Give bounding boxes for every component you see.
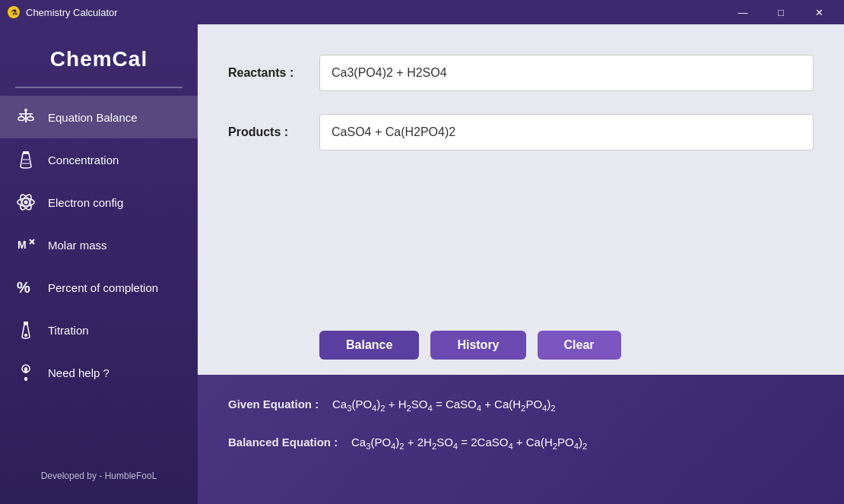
svg-point-0 bbox=[24, 109, 27, 112]
close-button[interactable]: ✕ bbox=[801, 0, 836, 24]
concentration-icon bbox=[15, 149, 36, 170]
sidebar-item-label-electron: Electron config bbox=[48, 196, 123, 209]
window-controls: — □ ✕ bbox=[725, 0, 836, 24]
sidebar-item-equation-balance[interactable]: Equation Balance bbox=[0, 96, 198, 138]
sidebar-item-electron-config[interactable]: Electron config bbox=[0, 181, 198, 223]
app-title: Chemistry Calculator bbox=[26, 7, 118, 18]
form-area: Reactants : Products : bbox=[198, 24, 844, 323]
maximize-button[interactable]: □ bbox=[763, 0, 798, 24]
svg-rect-2 bbox=[19, 113, 33, 115]
percent-icon: % bbox=[15, 277, 36, 298]
svg-point-10 bbox=[24, 201, 28, 204]
reactants-label: Reactants : bbox=[228, 66, 319, 80]
sidebar-item-label-equation: Equation Balance bbox=[48, 111, 138, 124]
titration-icon bbox=[15, 319, 36, 341]
sidebar-item-label-concentration: Concentration bbox=[48, 154, 119, 166]
balanced-equation-text: Ca3(PO4)2 + 2H2SO4 = 2CaSO4 + Ca(H2PO4)2 bbox=[345, 436, 588, 449]
sidebar-item-label-percent: Percent of completion bbox=[48, 281, 158, 294]
svg-point-19 bbox=[24, 334, 27, 337]
sidebar-item-help[interactable]: Need help ? bbox=[0, 351, 198, 394]
svg-text:M: M bbox=[17, 239, 27, 251]
app-body: ChemCal Equation Balance bbox=[0, 24, 844, 504]
balance-button[interactable]: Balance bbox=[319, 331, 419, 360]
given-equation-row: Given Equation : Ca3(PO4)2 + H2SO4 = CaS… bbox=[228, 398, 814, 413]
sidebar-item-label-molar: Molar mass bbox=[48, 239, 107, 252]
balance-icon bbox=[15, 106, 36, 128]
reactants-input[interactable] bbox=[319, 55, 814, 91]
title-bar-left: ⚗ Chemistry Calculator bbox=[8, 6, 118, 18]
balanced-equation-row: Balanced Equation : Ca3(PO4)2 + 2H2SO4 =… bbox=[228, 436, 814, 451]
main-content: Reactants : Products : Balance History C… bbox=[198, 24, 844, 504]
sidebar-divider bbox=[15, 87, 182, 88]
minimize-button[interactable]: — bbox=[725, 0, 760, 24]
sidebar: ChemCal Equation Balance bbox=[0, 24, 198, 504]
app-icon: ⚗ bbox=[8, 6, 20, 18]
sidebar-item-percent-completion[interactable]: % Percent of completion bbox=[0, 266, 198, 309]
products-input[interactable] bbox=[319, 114, 814, 151]
sidebar-logo: ChemCal bbox=[0, 24, 198, 87]
svg-rect-21 bbox=[24, 367, 27, 373]
electron-icon bbox=[15, 192, 36, 213]
products-row: Products : bbox=[228, 114, 814, 151]
history-button[interactable]: History bbox=[430, 331, 525, 360]
sidebar-footer: Developed by - HumbleFooL bbox=[0, 463, 198, 489]
given-equation-text: Ca3(PO4)2 + H2SO4 = CaSO4 + Ca(H2PO4)2 bbox=[326, 398, 556, 410]
sidebar-item-titration[interactable]: Titration bbox=[0, 309, 198, 351]
title-bar: ⚗ Chemistry Calculator — □ ✕ bbox=[0, 0, 844, 24]
svg-rect-22 bbox=[24, 377, 27, 381]
help-icon bbox=[15, 362, 36, 383]
svg-point-4 bbox=[27, 117, 33, 121]
svg-text:%: % bbox=[17, 279, 30, 296]
nav-items: Equation Balance Concentration bbox=[0, 96, 198, 463]
sidebar-item-label-help: Need help ? bbox=[48, 366, 109, 379]
svg-point-3 bbox=[18, 117, 24, 121]
sidebar-item-molar-mass[interactable]: M Molar mass bbox=[0, 223, 198, 266]
reactants-row: Reactants : bbox=[228, 55, 814, 91]
balanced-equation-label: Balanced Equation : bbox=[228, 436, 338, 449]
clear-button[interactable]: Clear bbox=[538, 331, 621, 360]
sidebar-item-concentration[interactable]: Concentration bbox=[0, 138, 198, 181]
products-label: Products : bbox=[228, 125, 319, 139]
given-equation-label: Given Equation : bbox=[228, 398, 319, 410]
molar-icon: M bbox=[15, 234, 36, 255]
button-row: Balance History Clear bbox=[289, 323, 844, 375]
result-area: Given Equation : Ca3(PO4)2 + H2SO4 = CaS… bbox=[198, 375, 844, 504]
sidebar-item-label-titration: Titration bbox=[48, 324, 89, 337]
